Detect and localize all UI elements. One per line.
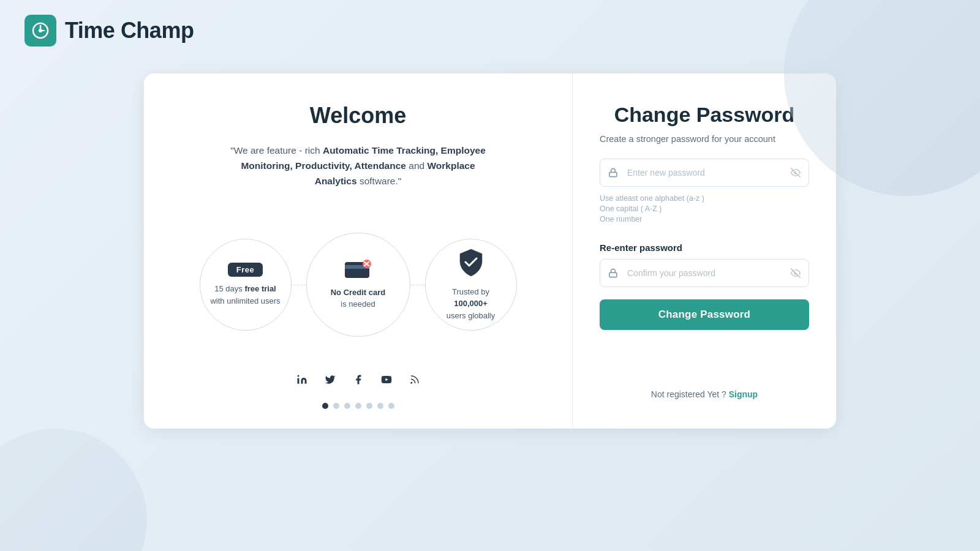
dot-7[interactable]	[388, 403, 394, 409]
new-password-group	[600, 159, 809, 187]
left-panel: Welcome "We are feature - rich Automatic…	[144, 73, 573, 429]
change-password-button[interactable]: Change Password	[600, 299, 809, 330]
youtube-icon[interactable]	[378, 371, 395, 388]
password-hints: Use atleast one alphabet (a-z ) One capi…	[600, 194, 809, 225]
eye-hide-icon-new[interactable]	[791, 168, 801, 178]
connector-1	[291, 285, 306, 285]
feature-trusted-label: Trusted by 100,000+users globally	[435, 286, 507, 322]
lock-icon-left-confirm	[608, 268, 618, 278]
hint-number: One number	[600, 215, 809, 223]
svg-rect-16	[609, 272, 617, 277]
eye-hide-icon-confirm[interactable]	[791, 268, 801, 278]
dot-5[interactable]	[366, 403, 372, 409]
app-name: Time Champ	[65, 18, 194, 43]
dot-2[interactable]	[333, 403, 339, 409]
signup-link[interactable]: Signup	[729, 389, 758, 399]
app-header: Time Champ	[0, 0, 980, 61]
logo-icon	[24, 15, 56, 47]
hint-capital: One capital ( A-Z )	[600, 204, 809, 213]
connector-2	[410, 285, 424, 285]
main-card: Welcome "We are feature - rich Automatic…	[144, 73, 836, 429]
dot-1[interactable]	[322, 403, 328, 409]
feature-free-label: 15 days free trialwith unlimited users	[210, 283, 280, 307]
new-password-input[interactable]	[600, 159, 809, 187]
dot-3[interactable]	[344, 403, 350, 409]
feature-trusted: Trusted by 100,000+users globally	[425, 239, 517, 331]
feature-free: Free 15 days free trialwith unlimited us…	[200, 239, 292, 331]
svg-rect-10	[297, 378, 299, 384]
right-panel: Change Password Create a stronger passwo…	[573, 73, 836, 429]
svg-rect-14	[609, 172, 617, 176]
linkedin-icon[interactable]	[293, 371, 311, 388]
reenter-label: Re-enter password	[600, 242, 809, 253]
welcome-desc: "We are feature - rich Automatic Time Tr…	[224, 143, 493, 189]
carousel-dots	[322, 403, 394, 409]
form-title: Change Password	[600, 103, 809, 127]
main-container: Welcome "We are feature - rich Automatic…	[0, 61, 980, 441]
facebook-icon[interactable]	[350, 371, 367, 388]
rss-icon[interactable]	[406, 371, 423, 388]
feature-nocredit-label: No Credit cardis needed	[331, 287, 386, 310]
free-badge: Free	[228, 263, 263, 277]
svg-point-13	[411, 383, 412, 384]
confirm-password-group	[600, 259, 809, 287]
confirm-password-input[interactable]	[600, 259, 809, 287]
features-row: Free 15 days free trialwith unlimited us…	[200, 213, 517, 356]
lock-icon-left	[608, 168, 618, 178]
dot-6[interactable]	[377, 403, 383, 409]
hint-alphabet: Use atleast one alphabet (a-z )	[600, 194, 809, 203]
twitter-icon[interactable]	[322, 371, 339, 388]
not-registered-section: Not registered Yet ? Signup	[600, 367, 809, 399]
form-subtitle: Create a stronger password for your acco…	[600, 134, 809, 144]
credit-card-icon	[345, 260, 372, 280]
feature-no-credit: No Credit cardis needed	[306, 233, 410, 337]
social-links	[293, 371, 423, 388]
svg-point-11	[297, 375, 299, 377]
dot-4[interactable]	[355, 403, 361, 409]
not-registered-text: Not registered Yet ?	[651, 389, 726, 399]
welcome-title: Welcome	[310, 103, 406, 129]
shield-check-icon	[458, 248, 484, 280]
